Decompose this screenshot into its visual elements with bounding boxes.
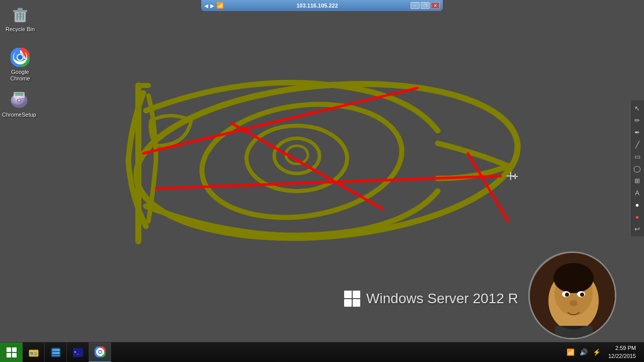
tray-battery[interactable]: ⚡ xyxy=(591,348,602,356)
svg-rect-52 xyxy=(52,355,59,356)
clock-date: 12/22/2015 xyxy=(608,352,636,360)
svg-text:✛: ✛ xyxy=(512,172,518,180)
chrome-setup-label: ChromeSetup xyxy=(2,112,36,118)
svg-rect-44 xyxy=(30,354,37,355)
svg-point-21 xyxy=(274,138,319,173)
svg-rect-43 xyxy=(30,352,33,354)
windows-logo-watermark xyxy=(344,291,360,307)
chrome-image xyxy=(10,47,30,67)
right-toolbar: ↖ ✏ ✒ ╱ ▭ ◯ ⊞ A ● ● ↩ xyxy=(630,101,644,236)
svg-point-14 xyxy=(18,100,20,101)
topbar-arrow-left[interactable]: ◀ xyxy=(204,3,208,9)
svg-rect-17 xyxy=(15,95,23,96)
topbar-pin[interactable]: ▶ xyxy=(210,3,214,9)
svg-point-38 xyxy=(565,293,569,297)
svg-point-40 xyxy=(570,300,578,306)
svg-rect-2 xyxy=(18,8,23,11)
svg-point-20 xyxy=(247,126,347,191)
svg-line-28 xyxy=(468,153,508,221)
chrome-setup-icon[interactable]: ChromeSetup xyxy=(2,88,37,120)
svg-point-10 xyxy=(18,55,23,60)
tool-ellipse[interactable]: ◯ xyxy=(632,163,643,174)
recycle-bin-icon[interactable]: Recycle Bin xyxy=(3,3,38,35)
svg-point-49 xyxy=(58,349,59,350)
tool-pen1[interactable]: ✏ xyxy=(632,115,643,126)
svg-rect-16 xyxy=(15,93,23,94)
tool-line[interactable]: ╱ xyxy=(632,139,643,150)
svg-line-27 xyxy=(231,123,382,209)
recycle-bin-image xyxy=(10,5,30,25)
clock-time: 2:59 PM xyxy=(608,344,636,352)
svg-line-26 xyxy=(156,176,501,189)
tool-undo[interactable]: ↩ xyxy=(632,223,643,234)
tray-network[interactable]: 📶 xyxy=(565,348,576,356)
chrome-label: Google Chrome xyxy=(5,69,36,82)
topbar-ip: 103.116.105.222 xyxy=(296,3,338,9)
tool-grid[interactable]: ⊞ xyxy=(632,175,643,186)
taskbar: >_ 📶 🔊 ⚡ 2:59 PM 12/22/2015 xyxy=(0,342,644,362)
minimize-button[interactable]: − xyxy=(411,2,420,9)
svg-point-19 xyxy=(195,92,410,230)
svg-point-39 xyxy=(580,293,584,297)
tool-text[interactable]: A xyxy=(632,187,643,198)
tool-cursor[interactable]: ↖ xyxy=(632,103,643,114)
svg-rect-45 xyxy=(34,352,37,353)
desktop: ◀ ▶ 📶 103.116.105.222 − ❐ ✕ Rec xyxy=(0,0,644,362)
start-button[interactable] xyxy=(0,342,23,363)
google-chrome-icon[interactable]: Google Chrome xyxy=(3,45,38,84)
cd-image xyxy=(9,90,29,110)
tray-volume[interactable]: 🔊 xyxy=(578,348,589,356)
svg-point-18 xyxy=(130,69,524,252)
start-windows-logo xyxy=(7,347,17,357)
svg-line-25 xyxy=(143,88,418,153)
webcam-overlay xyxy=(528,251,616,339)
svg-point-35 xyxy=(553,263,594,293)
taskbar-btn-server-manager[interactable] xyxy=(45,342,67,363)
restore-button[interactable]: ❐ xyxy=(421,2,430,9)
tool-pen2[interactable]: ✒ xyxy=(632,127,643,138)
taskbar-right: 📶 🔊 ⚡ 2:59 PM 12/22/2015 xyxy=(565,344,644,360)
svg-point-57 xyxy=(99,350,101,353)
taskbar-btn-explorer[interactable] xyxy=(23,342,45,363)
watermark-text: Windows Server 2012 R xyxy=(366,291,518,307)
tool-rect[interactable]: ▭ xyxy=(632,151,643,162)
close-button[interactable]: ✕ xyxy=(431,2,440,9)
taskbar-btn-chrome[interactable] xyxy=(89,342,111,363)
system-clock[interactable]: 2:59 PM 12/22/2015 xyxy=(604,344,640,360)
svg-point-51 xyxy=(58,352,59,353)
svg-point-22 xyxy=(286,146,308,164)
windows-server-watermark: Windows Server 2012 R xyxy=(344,291,518,307)
tool-dot-white[interactable]: ● xyxy=(632,199,643,210)
topbar-right: − ❐ ✕ xyxy=(411,2,440,9)
taskbar-btn-cmd[interactable]: >_ xyxy=(67,342,89,363)
svg-text:>_: >_ xyxy=(74,350,79,354)
tool-dot-red[interactable]: ● xyxy=(632,211,643,222)
svg-rect-46 xyxy=(34,353,37,354)
remote-desktop-topbar[interactable]: ◀ ▶ 📶 103.116.105.222 − ❐ ✕ xyxy=(201,0,443,11)
signal-icon: 📶 xyxy=(216,2,224,9)
recycle-bin-label: Recycle Bin xyxy=(6,26,35,33)
webcam-video xyxy=(530,253,615,338)
topbar-left: ◀ ▶ 📶 xyxy=(204,2,224,9)
